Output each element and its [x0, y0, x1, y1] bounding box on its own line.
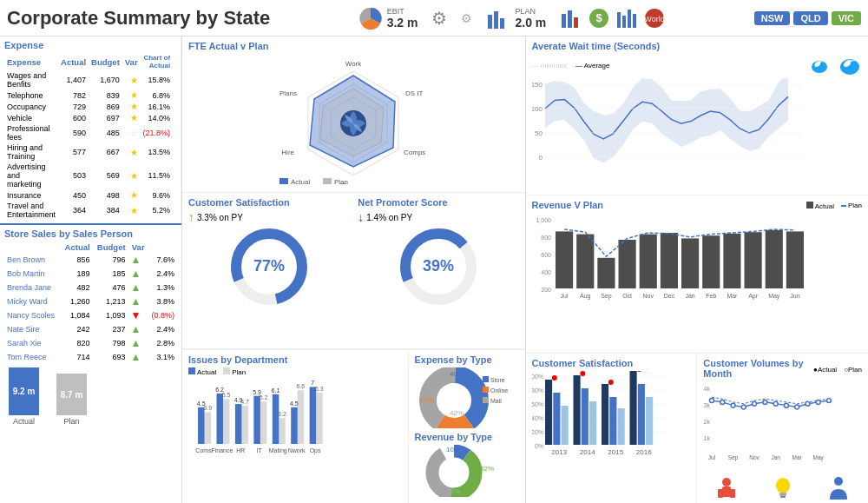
svg-rect-151 — [609, 397, 616, 445]
svg-point-166 — [710, 399, 714, 403]
expense-row-star: ★ — [122, 101, 141, 112]
svg-text:Sep: Sep — [601, 293, 612, 300]
sales-row-actual: 189 — [61, 267, 93, 281]
expense-type-title: Expense by Type — [415, 354, 519, 365]
svg-rect-11 — [628, 10, 631, 28]
svg-text:Jan: Jan — [685, 293, 694, 299]
expense-row-var: 9.6% — [141, 189, 174, 201]
svg-rect-150 — [602, 384, 608, 445]
plan-icon — [486, 6, 510, 30]
svg-text:Feb: Feb — [706, 293, 716, 299]
svg-text:Mail: Mail — [490, 398, 502, 404]
expense-row-var: 15.8% — [141, 70, 174, 89]
svg-rect-190 — [718, 489, 723, 498]
cust-volumes-section: Customer Volumes by Month ●Actual ○Plan … — [697, 354, 868, 503]
svg-rect-52 — [235, 404, 242, 444]
firefighter-icon — [713, 475, 740, 501]
svg-text:42%: 42% — [480, 465, 494, 473]
gear-icon-1: ⚙ — [431, 8, 447, 29]
sales-row-name: Micky Ward — [4, 295, 61, 308]
sales-row-budget: 1,213 — [93, 295, 128, 308]
vic-button[interactable]: VIC — [832, 11, 861, 25]
bottom-right: Customer Satisfaction 201320142015201610… — [526, 354, 869, 503]
sales-row-var: (0.8%) — [148, 308, 177, 322]
expense-row-bar — [173, 89, 176, 101]
svg-text:Online: Online — [490, 387, 508, 394]
expense-row-var: 5.2% — [141, 201, 174, 220]
svg-point-153 — [608, 380, 613, 385]
svg-rect-157 — [646, 397, 653, 445]
svg-text:19%: 19% — [419, 396, 433, 404]
gear-icon-2: ⚙ — [461, 11, 472, 25]
svg-text:3.2: 3.2 — [278, 411, 286, 417]
expense-row-bar — [173, 123, 176, 142]
expense-row-budget: 869 — [89, 101, 122, 112]
sales-row-budget: 796 — [93, 253, 128, 267]
qld-button[interactable]: QLD — [793, 11, 827, 25]
expense-row-star: ☆ — [122, 123, 141, 142]
svg-point-177 — [785, 403, 789, 407]
nsw-button[interactable]: NSW — [754, 11, 791, 25]
svg-text:Nov: Nov — [750, 454, 760, 460]
csat-bar-chart: 2013201420152016100%80%60%40%20%0% — [532, 371, 667, 458]
expense-row-budget: 839 — [89, 89, 122, 101]
svg-text:0: 0 — [538, 154, 542, 162]
expense-row-name: Hiring and Training — [4, 142, 58, 162]
cust-icons — [703, 475, 862, 501]
svg-rect-31 — [279, 178, 288, 184]
person-icon — [825, 475, 852, 501]
svg-point-143 — [551, 375, 556, 381]
svg-rect-152 — [617, 408, 624, 445]
expense-row-budget: 569 — [89, 162, 122, 189]
svg-rect-145 — [573, 375, 580, 445]
expense-row-name: Occupancy — [4, 101, 58, 112]
expense-row-bar — [173, 142, 176, 162]
svg-rect-116 — [660, 233, 677, 288]
svg-text:World: World — [645, 15, 665, 23]
sales-row-var: 2.8% — [148, 336, 177, 350]
expense-row-budget: 697 — [89, 112, 122, 123]
svg-text:39%: 39% — [423, 257, 454, 275]
svg-rect-118 — [681, 238, 699, 288]
bar-chart-icon — [560, 7, 582, 30]
svg-rect-57 — [253, 396, 260, 444]
expense-row-bar — [173, 162, 176, 189]
svg-text:4k: 4k — [704, 386, 711, 392]
svg-text:2016: 2016 — [635, 448, 651, 456]
svg-rect-108 — [576, 234, 594, 288]
sales-row-budget: 237 — [93, 322, 128, 336]
svg-text:60%: 60% — [532, 401, 543, 407]
sales-row-var: 1.3% — [148, 281, 177, 295]
expense-row-bar — [173, 101, 176, 112]
avg-wait-section: Averate Wait time (Seconds) — min/max — … — [526, 36, 869, 195]
svg-rect-112 — [618, 240, 635, 288]
svg-rect-126 — [765, 229, 782, 288]
issues-legend-actual: Actual — [197, 368, 216, 376]
revenue-donut-chart: 10% 42% 39% — [415, 445, 519, 497]
cust-vol-legend: ●Actual ○Plan — [813, 366, 862, 374]
svg-rect-46 — [223, 399, 230, 444]
sales-row-var: 3.8% — [148, 295, 177, 308]
expense-donut-chart: 40% 42% 19% Store Online Mail — [415, 367, 519, 428]
svg-rect-189 — [722, 486, 731, 497]
chart2-icon — [615, 7, 638, 30]
sales-row-arrow: ▲ — [128, 336, 148, 350]
sales-section: Store Sales by Sales Person Actual Budge… — [0, 223, 181, 429]
avg-wait-title: Averate Wait time (Seconds) — [532, 41, 863, 51]
svg-text:Dec: Dec — [663, 293, 674, 299]
svg-rect-2 — [494, 11, 498, 29]
svg-rect-5 — [568, 10, 572, 28]
fte-radar-chart: Work DS IT Comps Finance Hire Plans — [271, 58, 436, 184]
svg-rect-114 — [639, 234, 656, 288]
svg-text:Nov: Nov — [642, 293, 654, 299]
svg-text:Apr: Apr — [748, 293, 759, 300]
expense-row-actual: 1,407 — [58, 70, 89, 89]
svg-text:Oct: Oct — [622, 293, 632, 299]
svg-text:42%: 42% — [450, 409, 464, 417]
svg-text:May: May — [768, 293, 780, 300]
svg-rect-193 — [779, 493, 786, 496]
svg-point-183 — [827, 399, 832, 403]
expense-row-star: ★ — [122, 89, 141, 101]
svg-text:4.5: 4.5 — [290, 400, 299, 407]
expense-row-var: 11.5% — [141, 162, 174, 189]
